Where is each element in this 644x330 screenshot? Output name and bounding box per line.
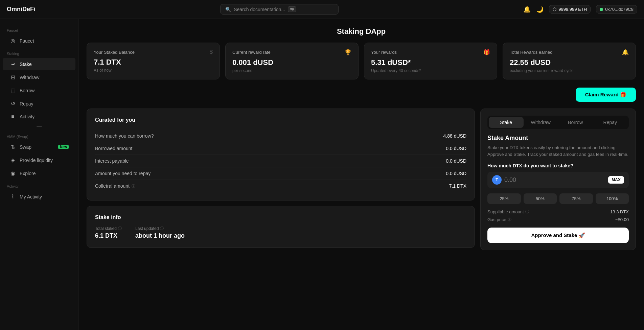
approve-stake-button[interactable]: Approve and Stake 🚀 [487, 228, 629, 243]
liquidity-icon: ◈ [9, 157, 16, 163]
sidebar-item-withdraw[interactable]: ⊟ Withdraw [3, 71, 75, 84]
claim-section: Claim Reward 🎁 [87, 88, 636, 102]
suppliable-value: 13.3 DTX [610, 209, 629, 214]
curated-row-2: Interest payable 0.0 dUSD [95, 155, 466, 167]
search-kbd: ⌘K [288, 6, 296, 12]
stat-card-reward-rate: Current reward rate 🏆 0.001 dUSD per sec… [225, 43, 359, 79]
search-bar[interactable]: 🔍 Search documentation... ⌘K [220, 4, 339, 15]
stat-value: 5.31 dUSD* [371, 58, 490, 67]
total-staked-value: 6.1 DTX [95, 232, 122, 239]
pct-row: 25% 50% 75% 100% [487, 193, 629, 204]
sidebar-section-faucet: Faucet [0, 24, 78, 34]
stake-info-row: Total staked ⓘ 6.1 DTX Last updated ⓘ ab… [95, 226, 466, 239]
search-icon: 🔍 [225, 7, 231, 12]
sidebar-item-liquidity[interactable]: ◈ Provide liquidity [3, 154, 75, 166]
stake-amount-desc: Stake your DTX tokens easily by entering… [487, 144, 629, 158]
explore-icon: ◉ [9, 170, 16, 176]
stat-label: Current reward rate [232, 50, 271, 55]
sidebar-item-label: Provide liquidity [20, 158, 53, 163]
stat-sub: Updated every 40 seconds* [371, 68, 490, 73]
sidebar-item-label: Activity [20, 114, 34, 119]
wallet-badge[interactable]: 0x70...dc79C8 [596, 5, 637, 14]
stat-icon-trophy: 🏆 [345, 49, 351, 55]
curated-label: Colletral amount ⓘ [95, 183, 135, 189]
tab-stake[interactable]: Stake [489, 117, 524, 128]
tab-bar: Stake Withdraw Borrow Repay [487, 116, 629, 129]
max-button[interactable]: MAX [608, 176, 624, 184]
stats-grid: Your Staked Balance $ 7.1 DTX As of now … [87, 43, 636, 79]
stat-label: Your rewards [371, 50, 397, 55]
last-updated-value: about 1 hour ago [135, 232, 185, 239]
stat-card-total-rewards: Total Rewards earned 🔔 22.55 dUSD exclud… [503, 43, 636, 79]
curated-label: Interest payable [95, 158, 129, 164]
suppliable-label: Suppliable amount ⓘ [487, 209, 529, 214]
tab-withdraw[interactable]: Withdraw [524, 117, 558, 128]
stake-info-card: Stake info Total staked ⓘ 6.1 DTX Last u… [87, 206, 475, 248]
bottom-grid: Curated for you How much you can borrow?… [87, 109, 636, 250]
stat-label: Total Rewards earned [510, 50, 552, 55]
suppliable-row: Suppliable amount ⓘ 13.3 DTX [487, 209, 629, 214]
amount-input[interactable] [504, 176, 605, 184]
stat-value: 22.55 dUSD [510, 58, 629, 67]
nav-right: 🔔 🌙 ⬡ 9999.999 ETH 0x70...dc79C8 [523, 5, 637, 14]
curated-row-3: Amount you need to repay 0.0 dUSD [95, 167, 466, 180]
sidebar-item-explore[interactable]: ◉ Explore [3, 167, 75, 180]
gas-value: ~$0.00 [615, 217, 629, 222]
gas-label: Gas price ⓘ [487, 217, 511, 222]
stake-question-label: How much DTX do you want to stake? [487, 163, 629, 168]
stat-label: Your Staked Balance [94, 50, 135, 55]
notification-icon[interactable]: 🔔 [523, 6, 531, 13]
stat-icon-bell: 🔔 [622, 49, 629, 55]
sidebar-item-stake[interactable]: ⤻ Stake [3, 58, 75, 70]
layout: Faucet ◎ Faucet Staking ⤻ Stake ⊟ Withdr… [0, 19, 644, 330]
curated-value: 0.0 dUSD [446, 171, 466, 176]
wallet-address: 0x70...dc79C8 [605, 7, 634, 12]
stake-info-rows: Suppliable amount ⓘ 13.3 DTX Gas price ⓘ… [487, 209, 629, 222]
stat-value: 7.1 DTX [94, 58, 213, 67]
info-icon: ⓘ [525, 209, 529, 214]
sidebar-item-label: My Activity [20, 194, 42, 199]
sidebar-item-label: Withdraw [20, 75, 39, 80]
curated-label: How much you can borrow? [95, 133, 154, 139]
left-content: Curated for you How much you can borrow?… [87, 109, 475, 250]
curated-row-4: Colletral amount ⓘ 7.1 DTX [95, 180, 466, 192]
stat-value: 0.001 dUSD [232, 58, 351, 67]
curated-row-0: How much you can borrow? 4.88 dUSD [95, 130, 466, 142]
sidebar-item-activity[interactable]: ≡ Activity [3, 111, 75, 123]
curated-title: Curated for you [95, 117, 466, 123]
stat-icon-gift: 🎁 [483, 49, 490, 55]
sidebar-item-my-activity[interactable]: ⌇ My Activity [3, 190, 75, 203]
pct-50-button[interactable]: 50% [524, 193, 557, 204]
curated-value: 7.1 DTX [449, 183, 466, 189]
gas-row: Gas price ⓘ ~$0.00 [487, 217, 629, 222]
sidebar-item-faucet[interactable]: ◎ Faucet [3, 34, 75, 47]
sidebar-item-repay[interactable]: ↺ Repay [3, 97, 75, 110]
pct-100-button[interactable]: 100% [596, 193, 629, 204]
pct-75-button[interactable]: 75% [559, 193, 593, 204]
tab-borrow[interactable]: Borrow [558, 117, 593, 128]
sidebar-item-swap[interactable]: ⇅ Swap New [3, 141, 75, 153]
info-icon: ⓘ [508, 217, 511, 222]
stake-amount-title: Stake Amount [487, 135, 629, 142]
sidebar-item-borrow[interactable]: ⬚ Borrow [3, 84, 75, 97]
brand-logo: OmniDeFi [7, 6, 36, 13]
pct-25-button[interactable]: 25% [487, 193, 521, 204]
repay-icon: ↺ [9, 100, 16, 107]
claim-reward-button[interactable]: Claim Reward 🎁 [576, 88, 636, 102]
stake-info-updated: Last updated ⓘ about 1 hour ago [135, 226, 185, 239]
stake-icon: ⤻ [9, 61, 16, 67]
info-icon: ⓘ [118, 226, 122, 231]
stake-info-title: Stake info [95, 214, 466, 220]
sidebar-divider [37, 126, 42, 127]
topnav: OmniDeFi 🔍 Search documentation... ⌘K 🔔 … [0, 0, 644, 19]
sidebar-item-label: Swap [20, 144, 31, 150]
tab-repay[interactable]: Repay [593, 117, 628, 128]
sidebar-item-label: Stake [20, 62, 32, 67]
info-icon: ⓘ [160, 226, 164, 231]
theme-icon[interactable]: 🌙 [536, 6, 544, 13]
stat-icon-dollar: $ [210, 49, 213, 55]
sidebar-item-label: Explore [20, 171, 36, 176]
withdraw-icon: ⊟ [9, 74, 16, 80]
activity-icon: ≡ [9, 114, 16, 120]
right-panel: Stake Withdraw Borrow Repay Stake Amount… [480, 109, 636, 250]
